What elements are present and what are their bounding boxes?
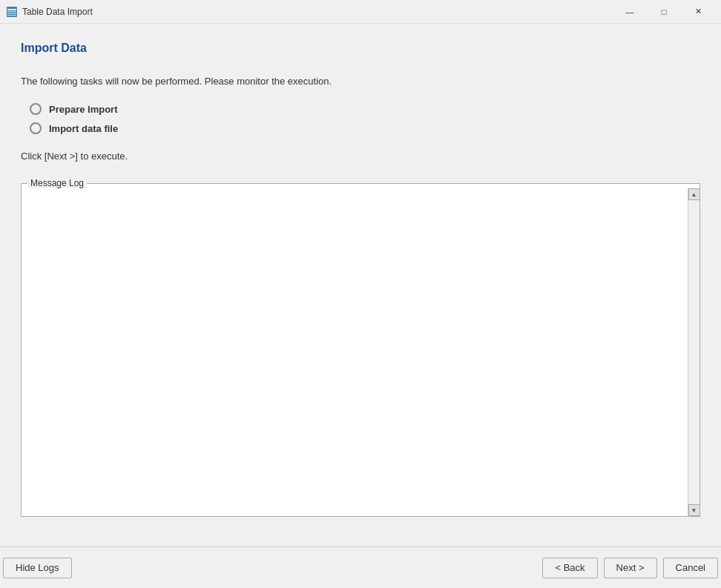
svg-rect-1 xyxy=(7,9,16,10)
svg-rect-4 xyxy=(7,15,16,16)
app-icon xyxy=(6,6,18,18)
message-log-panel: Message Log ▲ ▼ xyxy=(21,178,700,517)
svg-rect-3 xyxy=(7,13,16,13)
radio-import-data-file xyxy=(30,122,42,134)
hide-logs-button[interactable]: Hide Logs xyxy=(3,558,72,578)
maximize-button[interactable]: □ xyxy=(647,0,681,24)
radio-prepare-import xyxy=(30,103,42,115)
footer: Hide Logs < Back Next > Cancel xyxy=(0,546,721,588)
titlebar: Table Data Import — □ ✕ xyxy=(0,0,721,24)
task-item-prepare: Prepare Import xyxy=(30,103,700,115)
close-button[interactable]: ✕ xyxy=(681,0,715,24)
next-button[interactable]: Next > xyxy=(604,558,657,578)
main-content: Import Data The following tasks will now… xyxy=(0,24,721,546)
task-item-import-file: Import data file xyxy=(30,122,700,134)
footer-right-buttons: < Back Next > Cancel xyxy=(542,558,718,578)
footer-left-buttons: Hide Logs xyxy=(3,558,72,578)
instruction-text: Click [Next >] to execute. xyxy=(21,151,700,162)
back-button[interactable]: < Back xyxy=(542,558,597,578)
tasks-list: Prepare Import Import data file xyxy=(30,103,700,134)
task-label-import-file: Import data file xyxy=(49,123,118,134)
scrollbar-track: ▲ ▼ xyxy=(688,188,699,516)
cancel-button[interactable]: Cancel xyxy=(663,558,718,578)
scroll-up-arrow[interactable]: ▲ xyxy=(688,188,700,200)
window-controls: — □ ✕ xyxy=(613,0,715,24)
scroll-down-arrow[interactable]: ▼ xyxy=(688,504,700,516)
message-log-content[interactable]: ▲ ▼ xyxy=(22,188,699,516)
description-text: The following tasks will now be performe… xyxy=(21,76,700,87)
svg-rect-2 xyxy=(7,11,16,12)
window-title: Table Data Import xyxy=(22,7,613,17)
task-label-prepare: Prepare Import xyxy=(49,104,117,115)
page-title: Import Data xyxy=(21,42,700,55)
minimize-button[interactable]: — xyxy=(613,0,647,24)
message-log-label: Message Log xyxy=(27,178,87,188)
